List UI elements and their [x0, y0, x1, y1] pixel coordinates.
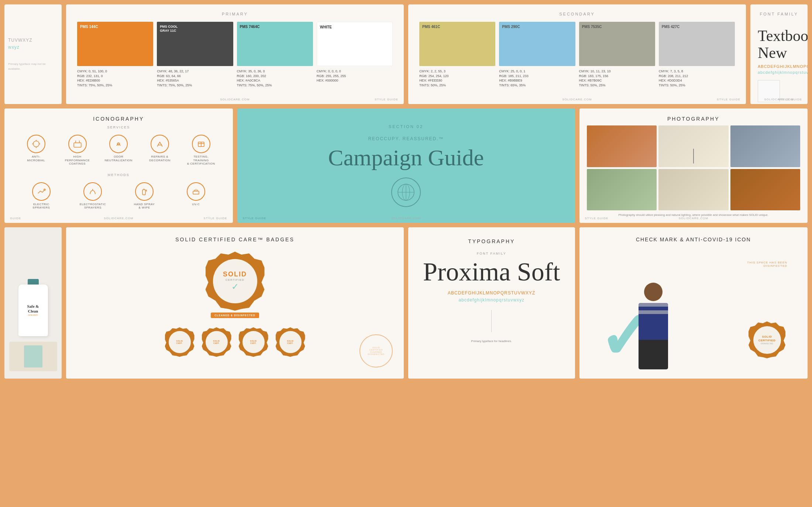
main-badge-container: SOLID CERTIFIED ✓ CLEANED & DISINFECTED [77, 252, 393, 318]
badge-inner: SOLID CERTIFIED ✓ [213, 259, 257, 303]
proxima-font-name: Proxima Soft [423, 259, 560, 285]
person-torso [639, 303, 668, 340]
typography-title: TYPOGRAPHY [468, 238, 515, 244]
swatch-white: WHITE CMYK: 0, 0, 0, 0RGB: 255, 255, 255… [317, 22, 393, 70]
swatch-pms7464c: PMS 7464C CMYK: 35, 0, 36, 0RGB: 160, 20… [237, 22, 313, 70]
proxima-alpha-lower: abcdefghijklmnopqrstuvwxyz [458, 297, 524, 303]
swatch-pms461c: PMS 461C CMYK: 2, 2, 55, 3RGB: 254, 254,… [419, 22, 495, 70]
small-solid-badge: SOLIDCERTIFIED DISINFECTED [749, 321, 785, 358]
badge-solid-text: SOLID [223, 270, 247, 278]
font-style-guide-label: STYLE GUIDE [778, 98, 802, 101]
svg-rect-17 [193, 191, 199, 194]
small-badge-text: SOLIDCERTIFIED [758, 335, 776, 343]
photography-card: PHOTOGRAPHY Photography should utilize p… [579, 108, 808, 223]
iconography-style-guide-label: STYLE GUIDE [204, 217, 227, 220]
swatch-pms427c: PMS 427C CMYK: 7, 3, 5, 8RGB: 208, 211, … [659, 22, 735, 70]
safe-clean-card: Safe &Clean SOLID® [4, 227, 62, 379]
icon-testing: TESTING, TRAINING& CERTIFICATION [186, 135, 216, 166]
campaign-icon [391, 177, 421, 207]
stamp-text: SOLIDCERTIFIEDCLEANEDDISINFECTED [366, 345, 386, 357]
photography-title: PHOTOGRAPHY [587, 116, 801, 122]
icon-odor: ODORNEUTRALIZATION [104, 135, 133, 166]
person-figure [639, 283, 668, 369]
photo-3 [730, 125, 801, 167]
alphabet-text: TUVWXYZ wxyz Primary typeface may not be… [8, 37, 58, 72]
icon-antimicrobial: ANTI-MICROBIAL [21, 135, 51, 166]
typography-card: TYPOGRAPHY FONT FAMILY Proxima Soft ABCD… [408, 227, 575, 379]
swatch-pms144c: PMS 144C CMYK: 0, 51, 100, 0RGB: 232, 13… [77, 22, 153, 70]
bottle-sub: SOLID® [28, 314, 38, 317]
primary-style-guide-label: STYLE GUIDE [375, 98, 398, 101]
campaign-guide-card: SECTION 02 REOCCUPY. REASSURED.™ Campaig… [237, 108, 575, 223]
iconography-title: ICONOGRAPHY [16, 116, 222, 122]
icon-electric-sprayers: ELECTRICSPRAYERS [27, 182, 56, 210]
bottle-label: Safe &Clean [27, 304, 39, 314]
services-icons-row: ANTI-MICROBIAL HIGH PERFORMANCECOATINGS [16, 135, 222, 166]
swatch-pmscoolGray: PMS COOLGRAY 11C CMYK: 48, 36, 22, 17RGB… [157, 22, 233, 70]
photo-5 [658, 169, 729, 211]
svg-rect-5 [74, 143, 81, 147]
icon-electrostatic: ELECTROSTATICSPRAYERS [78, 182, 107, 210]
primary-colors-card: PRIMARY PMS 144C CMYK: 0, 51, 100, 0RGB:… [66, 4, 404, 104]
swatch-pms7535c: PMS 7535C CMYK: 10, 11, 23, 10RGB: 183, … [579, 22, 655, 70]
campaign-tagline: REOCCUPY. REASSURED.™ [368, 136, 444, 141]
badges-title: SOLID CERTIFIED CARE™ BADGES [77, 237, 393, 242]
campaign-title: Campaign Guide [328, 145, 484, 170]
checkmark-card: CHECK MARK & ANTI-COVID-19 ICON ✓ [579, 227, 808, 379]
small-badges-row: SOLIDCERT. SOLIDCERT. SOLIDCERT. SOLIDCE… [77, 327, 393, 357]
font-family-card: FONT FAMILY Textbook New ABCDEFGHIJKLMNO… [750, 4, 808, 104]
campaign-section-label: SECTION 02 [389, 124, 423, 129]
photo-4 [587, 169, 657, 211]
methods-label: METHODS [16, 173, 222, 177]
proxima-alpha-upper: ABCDEFGHIJKLMNOPQRSTUVWXYZ [448, 290, 535, 296]
badge-certified-text: CERTIFIED [226, 278, 244, 282]
icon-repairs: REPAIRS &DECORATION [145, 135, 175, 166]
font-section-label: FONT FAMILY [758, 12, 800, 16]
iconography-card: ICONOGRAPHY SERVICES ANTI-MICROBIAL [4, 108, 233, 223]
checkmark-title: CHECK MARK & ANTI-COVID-19 ICON [591, 237, 797, 242]
badges-card: SOLID CERTIFIED CARE™ BADGES SOLID CERTI… [66, 227, 404, 379]
campaign-footer-label: STYLE GUIDE [243, 217, 266, 220]
photo-grid [587, 125, 801, 210]
swatch-pms290c: PMS 290C CMYK: 25, 0, 0, 1RGB: 185, 211,… [499, 22, 575, 70]
small-badge-sub: DISINFECTED [761, 342, 773, 345]
bottle-container: Safe &Clean SOLID® [18, 284, 48, 336]
photo-1 [587, 125, 657, 167]
small-badge-3: SOLIDCERT. [239, 327, 268, 357]
photography-footer-url: SOLIDCARE.COM [579, 217, 808, 220]
font-title: Textbook New [758, 27, 800, 61]
small-badge-4: SOLIDCERT. [276, 327, 305, 357]
secondary-swatches: PMS 461C CMYK: 2, 2, 55, 3RGB: 254, 254,… [419, 22, 735, 70]
secondary-footer-url: SOLIDCARE.COM [408, 98, 746, 101]
small-badge-1: SOLIDCERT. [165, 327, 195, 357]
icon-hand-spray: HAND SPRAY& WIPE [130, 182, 159, 210]
badge-banner: CLEANED & DISINFECTED [211, 313, 259, 318]
primary-swatches: PMS 144C CMYK: 0, 51, 100, 0RGB: 232, 13… [77, 22, 393, 70]
alphabet-left-card: TUVWXYZ wxyz Primary typeface may not be… [4, 4, 62, 104]
badge-checkmark: ✓ [231, 282, 239, 292]
photo-caption: Photography should utilize pleasing and … [587, 213, 801, 217]
font-alpha-lower: abcdefghijklmnopqrstuvwxyz [758, 70, 800, 75]
secondary-style-guide-label: STYLE GUIDE [717, 98, 740, 101]
secondary-section-label: SECONDARY [419, 12, 735, 16]
primary-footer-url: SOLIDCARE.COM [66, 98, 404, 101]
stamp-circle: SOLIDCERTIFIEDCLEANEDDISINFECTED [359, 334, 393, 368]
icon-uvc: UV-C [181, 182, 211, 210]
badge-circular-text: THIS SPACE HAS BEENDISINFECTED [747, 261, 787, 268]
primary-section-label: PRIMARY [77, 12, 393, 16]
iconography-footer-url: SOLIDCARE.COM [4, 217, 233, 220]
services-label: SERVICES [16, 125, 222, 129]
person-head [644, 283, 663, 301]
bottle-shape: Safe &Clean SOLID® [18, 284, 48, 336]
svg-point-0 [33, 141, 39, 147]
photo-2 [658, 125, 729, 167]
font-family-label: FONT FAMILY [477, 252, 506, 255]
person-legs [639, 340, 668, 369]
svg-rect-15 [142, 190, 145, 195]
checkmark-content: ✓ S [591, 250, 797, 369]
small-badge-2: SOLIDCERT. [202, 327, 231, 357]
photo-6 [730, 169, 801, 211]
icon-high-performance: HIGH PERFORMANCECOATINGS [63, 135, 92, 166]
methods-icons-row: ELECTRICSPRAYERS ELECTROSTATICSPRAYERS [16, 182, 222, 210]
proxima-caption: Primary typeface for headlines. [471, 339, 512, 343]
